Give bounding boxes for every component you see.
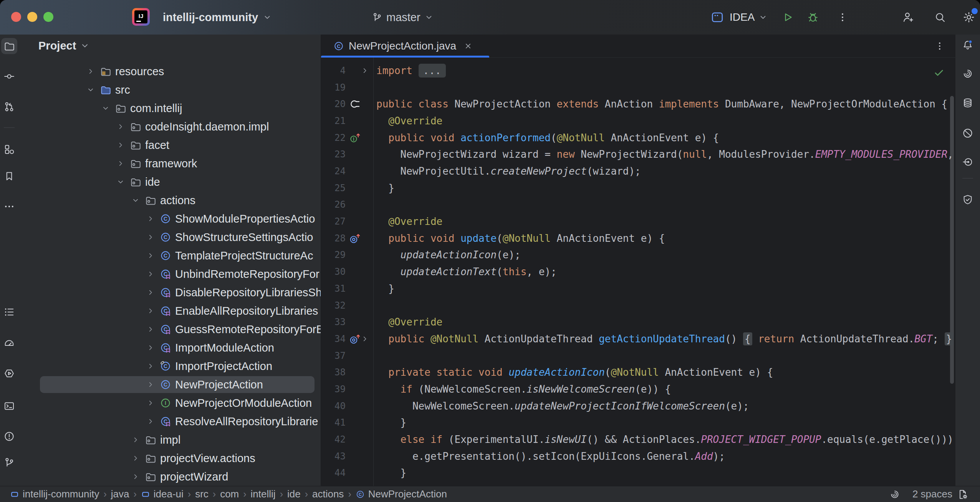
chevron-right-icon[interactable] [116, 122, 125, 131]
chevron-right-icon[interactable] [146, 288, 155, 297]
tree-item-DisableRepositoryLibrariesSh[interactable]: CDisableRepositoryLibrariesSh [18, 283, 321, 302]
tool-window-button-notifications[interactable] [960, 37, 976, 53]
breadcrumb-item-actions[interactable]: actions [312, 488, 344, 500]
tree-item-framework[interactable]: framework [18, 154, 321, 173]
chevron-right-icon[interactable] [146, 399, 155, 407]
tool-window-button-run-target[interactable] [960, 154, 976, 170]
tool-window-button-commit[interactable] [1, 68, 17, 84]
chevron-right-icon[interactable] [146, 380, 155, 389]
run-button[interactable] [782, 0, 794, 35]
minimize-window-button[interactable] [27, 12, 37, 22]
tool-window-button-todo[interactable] [1, 304, 17, 320]
tree-item-ImportModuleAction[interactable]: CImportModuleAction [18, 339, 321, 357]
tree-item-projectWizard[interactable]: projectWizard [18, 467, 321, 486]
project-widget[interactable]: intellij-community [163, 0, 272, 35]
chevron-right-icon[interactable] [131, 472, 140, 481]
more-run-options-button[interactable] [837, 0, 848, 35]
chevron-down-icon[interactable] [116, 178, 125, 186]
tool-window-button-pull-requests[interactable] [1, 99, 17, 115]
chevron-right-icon[interactable] [146, 325, 155, 334]
chevron-down-icon[interactable] [86, 86, 95, 94]
chevron-right-icon[interactable] [146, 362, 155, 370]
tool-window-button-profiler[interactable] [1, 335, 17, 351]
tree-item-facet[interactable]: facet [18, 136, 321, 154]
chevron-right-icon[interactable] [116, 141, 125, 149]
chevron-down-icon[interactable] [131, 196, 140, 205]
chevron-right-icon[interactable] [86, 67, 95, 76]
settings-button[interactable] [962, 0, 975, 35]
tool-window-button-no-entry[interactable] [960, 125, 976, 141]
tool-window-button-terminal[interactable] [1, 398, 17, 414]
tree-item-ShowStructureSettingsActio[interactable]: CShowStructureSettingsActio [18, 228, 321, 246]
tool-window-button-problems[interactable] [1, 428, 17, 444]
tree-item-ShowModulePropertiesActio[interactable]: CShowModulePropertiesActio [18, 210, 321, 228]
run-configuration-widget[interactable]: IDEA [710, 0, 768, 35]
tab-options-button[interactable] [934, 40, 945, 52]
tree-item-actions[interactable]: actions [18, 191, 321, 210]
tree-item-src[interactable]: src [18, 81, 321, 99]
inspections-ok-icon[interactable] [933, 67, 945, 78]
tool-window-button-bookmarks[interactable] [1, 168, 17, 184]
code-with-me-button[interactable] [902, 0, 915, 35]
tree-item-NewProjectAction[interactable]: CNewProjectAction [18, 375, 321, 394]
breadcrumb-item-com[interactable]: com [220, 488, 239, 500]
chevron-right-icon[interactable] [146, 251, 155, 260]
implements-marker-icon[interactable]: I [349, 129, 361, 146]
tool-window-button-trusted-project[interactable] [960, 192, 976, 208]
tree-item-resources[interactable]: resources [18, 62, 321, 81]
zoom-window-button[interactable] [43, 12, 53, 22]
chevron-right-icon[interactable] [131, 454, 140, 462]
breadcrumb-item-NewProjectAction[interactable]: CNewProjectAction [356, 488, 447, 500]
chevron-right-icon[interactable] [146, 215, 155, 223]
tool-window-button-more-tool-windows[interactable] [1, 198, 17, 215]
tree-item-impl[interactable]: impl [18, 431, 321, 449]
tool-window-button-version-control[interactable] [1, 454, 17, 471]
breadcrumb-item-java[interactable]: java [111, 488, 129, 500]
breadcrumb-item-idea-ui[interactable]: idea-ui [141, 488, 184, 500]
tool-window-button-ai-assistant[interactable] [960, 66, 976, 82]
tree-item-projectView.actions[interactable]: projectView.actions [18, 449, 321, 467]
tree-item-EnableAllRepositoryLibraries[interactable]: CEnableAllRepositoryLibraries [18, 302, 321, 320]
ai-assistant-status-icon[interactable] [889, 489, 900, 500]
tool-window-button-services[interactable] [1, 365, 17, 381]
tab-newprojectaction-java[interactable]: C NewProjectAction.java [321, 35, 489, 58]
tool-window-button-database[interactable] [960, 95, 976, 111]
implemented-marker-icon[interactable] [349, 96, 361, 112]
tree-item-NewProjectOrModuleAction[interactable]: INewProjectOrModuleAction [18, 394, 321, 412]
search-everywhere-button[interactable] [934, 0, 946, 35]
breadcrumb-item-src[interactable]: src [195, 488, 209, 500]
chevron-right-icon[interactable] [146, 233, 155, 241]
breadcrumb-item-intellij-community[interactable]: intellij-community [10, 488, 99, 500]
fold-region-icon[interactable] [359, 330, 370, 347]
breadcrumb-item-intellij[interactable]: intellij [251, 488, 276, 500]
tree-item-ImportProjectAction[interactable]: CImportProjectAction [18, 357, 321, 375]
chevron-right-icon[interactable] [116, 159, 125, 168]
chevron-down-icon[interactable] [101, 104, 110, 112]
project-panel-header[interactable]: Project [18, 35, 321, 57]
debug-button[interactable] [806, 0, 819, 35]
tree-item-UnbindRemoteRepositoryFor[interactable]: CUnbindRemoteRepositoryFor [18, 265, 321, 283]
tree-item-GuessRemoteRepositoryForB[interactable]: CGuessRemoteRepositoryForB [18, 320, 321, 339]
tree-item-codeInsight.daemon.impl[interactable]: codeInsight.daemon.impl [18, 117, 321, 136]
fold-region-icon[interactable] [359, 62, 370, 79]
code-editor[interactable]: 4import ...1920public class NewProjectAc… [321, 58, 955, 486]
chevron-right-icon[interactable] [146, 270, 155, 278]
close-tab-icon[interactable] [463, 41, 473, 51]
tree-item-label: facet [145, 139, 169, 152]
tree-item-TemplateProjectStructureAc[interactable]: CTemplateProjectStructureAc [18, 246, 321, 265]
tree-item-com.intellij[interactable]: com.intellij [18, 99, 321, 117]
tool-window-button-project[interactable] [1, 38, 17, 54]
chevron-right-icon[interactable] [146, 307, 155, 315]
tool-window-button-structure[interactable] [1, 141, 17, 157]
breadcrumb-item-ide[interactable]: ide [287, 488, 301, 500]
branch-widget[interactable]: master [372, 0, 434, 35]
chevron-right-icon[interactable] [131, 436, 140, 444]
chevron-right-icon[interactable] [146, 417, 155, 426]
overrides-marker-icon[interactable] [349, 230, 361, 247]
tree-item-ide[interactable]: ide [18, 173, 321, 191]
chevron-right-icon[interactable] [146, 343, 155, 352]
close-window-button[interactable] [11, 12, 21, 22]
tree-item-ResolveAllRepositoryLibrarie[interactable]: CResolveAllRepositoryLibrarie [18, 412, 321, 431]
indent-setting[interactable]: 2 spaces [912, 488, 952, 500]
file-properties-icon[interactable] [957, 489, 968, 500]
